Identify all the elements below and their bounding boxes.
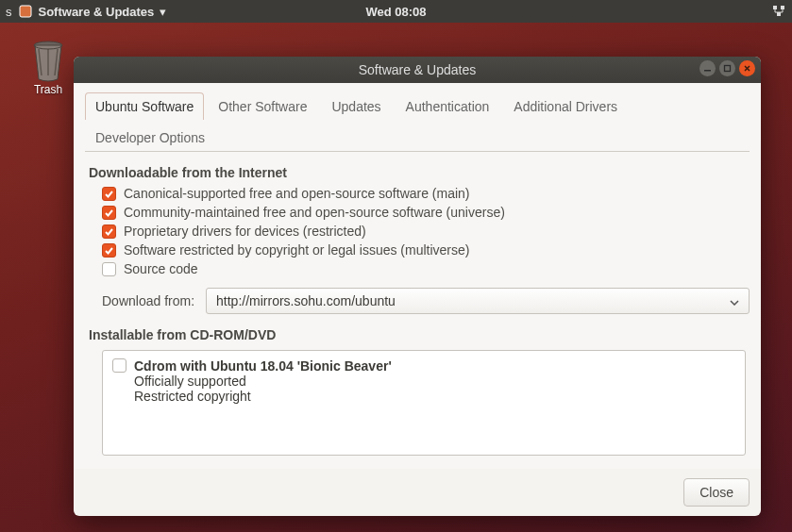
cdrom-title: Cdrom with Ubuntu 18.04 'Bionic Beaver' [134,358,392,374]
download-from-label: Download from: [102,293,194,308]
check-universe[interactable]: Community-maintained free and open-sourc… [102,205,750,220]
trash-icon [28,38,68,83]
checkbox-icon[interactable] [102,187,116,201]
check-label: Proprietary drivers for devices (restric… [124,224,366,239]
check-main[interactable]: Canonical-supported free and open-source… [102,186,750,201]
trash-desktop-icon[interactable]: Trash [28,38,68,96]
checkbox-icon[interactable] [112,358,126,373]
tab-ubuntu-software[interactable]: Ubuntu Software [85,92,204,120]
checkbox-icon[interactable] [102,224,116,239]
close-button[interactable]: Close [683,478,750,507]
trash-label: Trash [34,83,62,96]
section-downloadable-title: Downloadable from the Internet [89,165,750,180]
check-multiverse[interactable]: Software restricted by copyright or lega… [102,242,750,258]
check-label: Canonical-supported free and open-source… [124,186,470,201]
checkbox-icon[interactable] [102,206,116,220]
cdrom-item[interactable]: Cdrom with Ubuntu 18.04 'Bionic Beaver' … [112,358,735,404]
close-window-button[interactable] [739,60,755,76]
check-restricted[interactable]: Proprietary drivers for devices (restric… [102,224,750,239]
tab-updates[interactable]: Updates [321,92,391,120]
check-label: Source code [124,261,198,276]
check-label: Community-maintained free and open-sourc… [124,205,505,220]
tab-additional-drivers[interactable]: Additional Drivers [503,92,628,120]
svg-rect-2 [781,6,784,9]
check-label: Software restricted by copyright or lega… [124,242,469,258]
tab-authentication[interactable]: Authentication [396,92,500,120]
top-panel: s Software & Updates ▾ Wed 08:08 [0,0,792,23]
svg-rect-7 [725,66,731,72]
activities-label[interactable]: s [6,5,12,19]
minimize-button[interactable] [699,60,716,76]
cdrom-list[interactable]: Cdrom with Ubuntu 18.04 'Bionic Beaver' … [102,350,746,456]
software-updates-window: Software & Updates Ubuntu Software Other… [74,57,761,516]
window-title: Software & Updates [359,62,477,77]
network-icon[interactable] [771,4,786,19]
maximize-button[interactable] [719,60,735,76]
app-icon [18,4,33,19]
menu-arrow-icon[interactable]: ▾ [160,5,166,19]
svg-rect-1 [773,6,777,9]
window-titlebar[interactable]: Software & Updates [74,57,761,83]
svg-rect-6 [704,70,711,72]
chevron-down-icon [730,293,739,308]
cdrom-line2: Officially supported [134,374,392,389]
app-menu-title[interactable]: Software & Updates [39,5,155,19]
checkbox-icon[interactable] [102,243,116,258]
svg-rect-0 [20,6,31,17]
section-cdrom-title: Installable from CD-ROM/DVD [89,327,750,342]
checkbox-icon[interactable] [102,262,116,276]
clock[interactable]: Wed 08:08 [365,5,426,19]
download-from-dropdown[interactable]: http://mirrors.sohu.com/ubuntu [206,288,750,314]
dropdown-value: http://mirrors.sohu.com/ubuntu [216,293,396,308]
tab-developer-options[interactable]: Developer Options [85,124,215,151]
tab-bar: Ubuntu Software Other Software Updates A… [85,92,750,152]
tab-other-software[interactable]: Other Software [208,92,317,120]
check-source-code[interactable]: Source code [102,261,750,276]
svg-rect-3 [777,12,781,16]
cdrom-line3: Restricted copyright [134,389,392,404]
